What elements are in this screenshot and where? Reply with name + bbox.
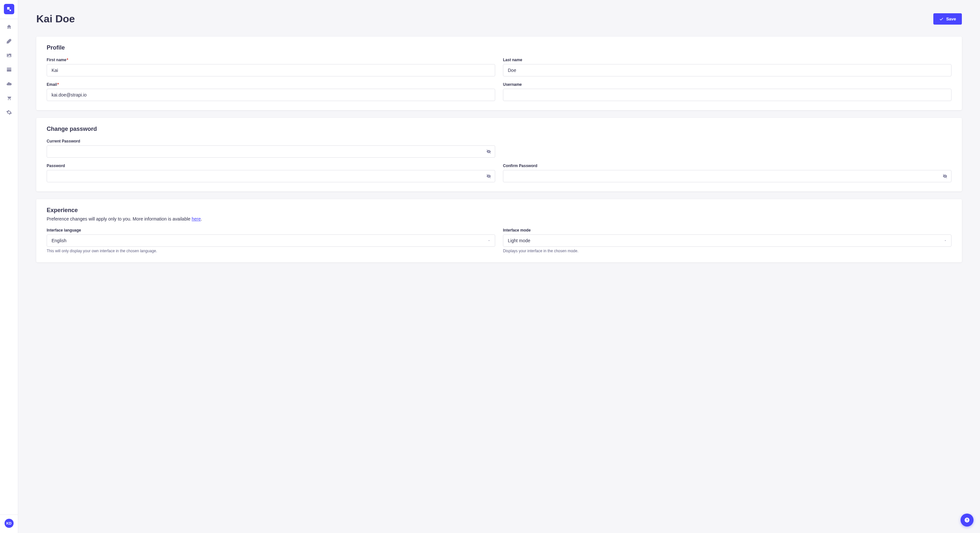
mode-group: Interface mode Light mode Displays your … xyxy=(503,228,951,253)
current-password-label: Current Password xyxy=(47,139,495,143)
confirm-password-input[interactable] xyxy=(503,170,951,182)
eye-off-icon[interactable] xyxy=(486,149,491,154)
password-card: Change password Current Password Passwor… xyxy=(36,118,962,191)
settings-icon[interactable] xyxy=(5,108,13,116)
password-section-title: Change password xyxy=(47,125,951,132)
check-icon xyxy=(939,17,944,21)
mode-helper: Displays your interface in the chosen mo… xyxy=(503,249,951,253)
sidebar: KD xyxy=(0,0,18,533)
builder-icon[interactable] xyxy=(5,66,13,73)
cloud-icon[interactable] xyxy=(5,80,13,88)
divider xyxy=(0,19,18,19)
last-name-label: Last name xyxy=(503,58,951,62)
language-select[interactable]: English xyxy=(47,235,495,247)
experience-link[interactable]: here xyxy=(191,216,200,222)
main-content: Kai Doe Save Profile First name* Last na… xyxy=(18,0,980,533)
experience-subtitle: Preference changes will apply only to yo… xyxy=(47,216,951,222)
marketplace-icon[interactable] xyxy=(5,94,13,102)
content-icon[interactable] xyxy=(5,37,13,45)
first-name-input[interactable] xyxy=(47,64,495,76)
experience-card: Experience Preference changes will apply… xyxy=(36,199,962,262)
first-name-label: First name* xyxy=(47,58,495,62)
language-group: Interface language English This will onl… xyxy=(47,228,495,253)
last-name-group: Last name xyxy=(503,58,951,76)
user-avatar[interactable]: KD xyxy=(5,519,14,528)
app-logo[interactable] xyxy=(4,4,14,14)
username-input[interactable] xyxy=(503,89,951,101)
new-password-input[interactable] xyxy=(47,170,495,182)
profile-section-title: Profile xyxy=(47,44,951,51)
media-icon[interactable] xyxy=(5,51,13,59)
profile-card: Profile First name* Last name Email* xyxy=(36,36,962,110)
home-icon[interactable] xyxy=(5,23,13,31)
last-name-input[interactable] xyxy=(503,64,951,76)
eye-off-icon[interactable] xyxy=(942,174,948,179)
help-button[interactable] xyxy=(961,514,974,527)
email-label: Email* xyxy=(47,82,495,87)
eye-off-icon[interactable] xyxy=(486,174,491,179)
new-password-group: Password xyxy=(47,163,495,182)
email-group: Email* xyxy=(47,82,495,101)
username-label: Username xyxy=(503,82,951,87)
language-helper: This will only display your own interfac… xyxy=(47,249,495,253)
new-password-label: Password xyxy=(47,163,495,168)
experience-section-title: Experience xyxy=(47,207,951,214)
page-title: Kai Doe xyxy=(36,13,75,25)
mode-label: Interface mode xyxy=(503,228,951,233)
first-name-group: First name* xyxy=(47,58,495,76)
question-icon xyxy=(964,517,970,523)
username-group: Username xyxy=(503,82,951,101)
page-header: Kai Doe Save xyxy=(36,13,962,25)
save-button-label: Save xyxy=(946,16,956,21)
mode-select[interactable]: Light mode xyxy=(503,235,951,247)
current-password-group: Current Password xyxy=(47,139,495,158)
save-button[interactable]: Save xyxy=(933,13,962,25)
email-input[interactable] xyxy=(47,89,495,101)
confirm-password-group: Confirm Password xyxy=(503,163,951,182)
language-label: Interface language xyxy=(47,228,495,233)
confirm-password-label: Confirm Password xyxy=(503,163,951,168)
sidebar-footer: KD xyxy=(0,514,18,528)
current-password-input[interactable] xyxy=(47,145,495,158)
